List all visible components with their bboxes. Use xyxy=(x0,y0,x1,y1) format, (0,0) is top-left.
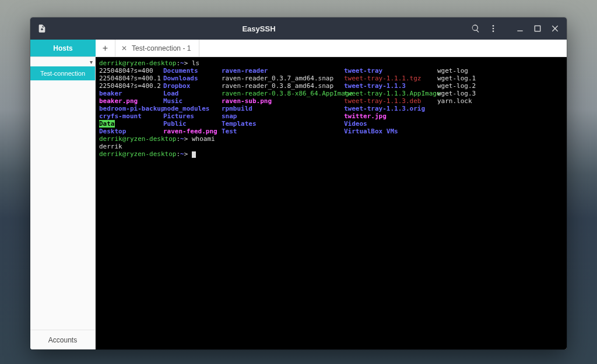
maximize-button[interactable] xyxy=(529,20,546,37)
ls-row: cryfs-mountPicturessnaptwitter.jpg xyxy=(99,112,563,120)
ls-row: 22504804?s=400Documentsraven-readertweet… xyxy=(99,67,563,75)
ls-row: beaker.pngMusicraven-sub.pngtweet-tray-1… xyxy=(99,97,563,105)
ls-row: beakerLoadraven-reader-0.3.8-x86_64.AppI… xyxy=(99,90,563,97)
sidebar: ▾ Test-connection Accounts xyxy=(30,57,96,349)
chevron-down-icon[interactable]: ▾ xyxy=(30,57,95,66)
titlebar: EasySSH xyxy=(30,17,567,40)
accounts-button[interactable]: Accounts xyxy=(30,330,95,349)
kebab-menu-icon[interactable] xyxy=(485,20,501,37)
svg-point-0 xyxy=(493,25,494,27)
tab-test-connection[interactable]: ✕ Test-connection - 1 xyxy=(115,40,199,56)
main-area: ▾ Test-connection Accounts derrik@ryzen-… xyxy=(30,57,567,349)
svg-point-2 xyxy=(493,30,494,32)
window-title: EasySSH xyxy=(50,24,468,33)
search-icon[interactable] xyxy=(468,20,484,37)
tab-label: Test-connection - 1 xyxy=(132,44,191,52)
ls-row: DataPublicTemplatesVideos xyxy=(99,120,563,128)
hosts-button[interactable]: Hosts xyxy=(30,40,96,56)
terminal[interactable]: derrik@ryzen-desktop:~> ls22504804?s=400… xyxy=(96,57,567,349)
svg-rect-4 xyxy=(535,26,540,31)
add-tab-button[interactable]: + xyxy=(96,40,115,56)
svg-rect-3 xyxy=(517,30,522,31)
tabbar: Hosts + ✕ Test-connection - 1 xyxy=(30,40,567,57)
svg-point-1 xyxy=(493,28,494,30)
ls-row: bedroom-pi-backupnode_modulesrpmbuildtwe… xyxy=(99,105,563,112)
ls-row: 22504804?s=400.2Dropboxraven-reader_0.3.… xyxy=(99,82,563,90)
app-window: EasySSH Hosts + xyxy=(30,17,567,349)
ls-row: 22504804?s=400.1Downloadsraven-reader_0.… xyxy=(99,75,563,82)
minimize-button[interactable] xyxy=(512,20,528,37)
ls-row: Desktopraven-feed.pngTestVirtualBox VMs xyxy=(99,128,563,135)
close-button[interactable] xyxy=(547,20,563,37)
close-tab-icon[interactable]: ✕ xyxy=(121,44,127,52)
plus-icon: + xyxy=(103,43,108,54)
window-body: Hosts + ✕ Test-connection - 1 ▾ Test-con… xyxy=(30,40,567,349)
new-file-icon[interactable] xyxy=(34,20,50,37)
sidebar-item-test-connection[interactable]: Test-connection xyxy=(30,66,95,80)
